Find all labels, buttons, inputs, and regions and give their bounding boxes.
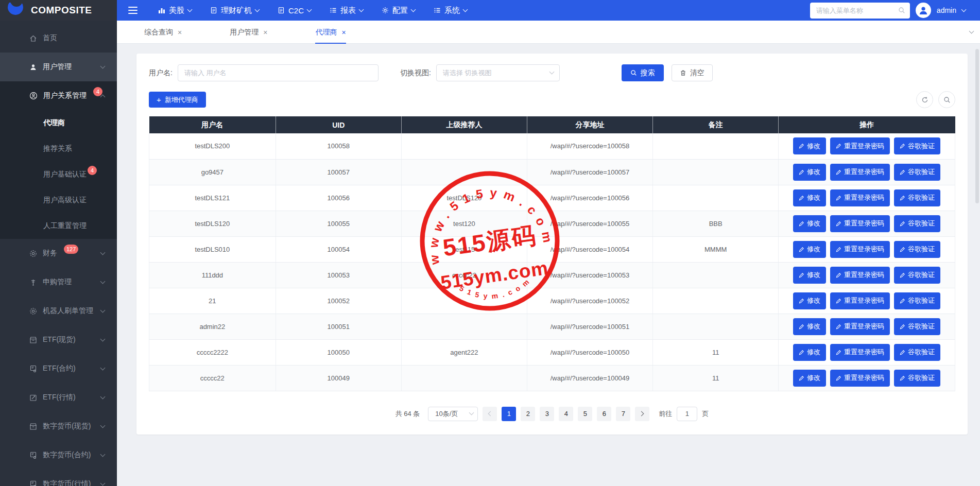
tab-user-management[interactable]: 用户管理 × xyxy=(230,21,267,44)
google-auth-button[interactable]: 谷歌验证 xyxy=(894,241,940,258)
google-auth-button[interactable]: 谷歌验证 xyxy=(894,189,940,206)
nav-item-us-stocks[interactable]: 美股 xyxy=(158,6,192,15)
sidebar-item-etf-spot[interactable]: ETF(现货) xyxy=(0,325,117,354)
edit-button[interactable]: 修改 xyxy=(793,137,826,154)
sidebar-item-home[interactable]: 首页 xyxy=(0,24,117,53)
google-auth-button[interactable]: 谷歌验证 xyxy=(894,164,940,181)
sidebar-item-crypto-market[interactable]: 数字货币(行情) xyxy=(0,470,117,486)
sidebar-item-label: 财务 xyxy=(43,249,57,258)
sidebar-item-crypto-contract[interactable]: 数字货币(合约) xyxy=(0,441,117,470)
page-size-select[interactable]: 10条/页 xyxy=(428,407,478,421)
view-switch-select[interactable]: 请选择 切换视图 xyxy=(436,64,560,81)
sidebar-item-user-relation-management[interactable]: 用户关系管理 4 xyxy=(0,81,117,110)
refresh-button[interactable] xyxy=(916,91,933,108)
sidebar-item-user-management[interactable]: 用户管理 xyxy=(0,53,117,81)
prev-page-button[interactable] xyxy=(483,407,497,421)
close-icon[interactable]: × xyxy=(341,29,346,36)
reset-password-button[interactable]: 重置登录密码 xyxy=(830,137,890,154)
edit-button[interactable]: 修改 xyxy=(793,292,826,309)
edit-button[interactable]: 修改 xyxy=(793,370,826,387)
sidebar-item-robot-management[interactable]: 机器人刷单管理 xyxy=(0,297,117,325)
reset-password-button[interactable]: 重置登录密码 xyxy=(830,292,890,309)
scrollbar-thumb[interactable] xyxy=(975,49,979,203)
sidebar-item-crypto-spot[interactable]: 数字货币(现货) xyxy=(0,412,117,441)
google-auth-button[interactable]: 谷歌验证 xyxy=(894,137,940,154)
page-button-1[interactable]: 1 xyxy=(502,407,516,421)
google-auth-button[interactable]: 谷歌验证 xyxy=(894,318,940,335)
add-agent-button[interactable]: + 新增代理商 xyxy=(149,92,206,108)
agent-card: 用户名: 切换视图: 请选择 切换视图 搜索 清空 + xyxy=(136,54,968,435)
edit-button[interactable]: 修改 xyxy=(793,267,826,284)
sidebar-item-subscription-management[interactable]: 申购管理 xyxy=(0,268,117,297)
tab-combined-query[interactable]: 综合查询 × xyxy=(144,21,182,44)
search-button[interactable]: 搜索 xyxy=(622,64,664,81)
reset-password-button[interactable]: 重置登录密码 xyxy=(830,189,890,206)
sidebar-item-finance[interactable]: 财务 127 xyxy=(0,239,117,268)
hamburger-menu-icon[interactable] xyxy=(128,7,137,14)
next-page-button[interactable] xyxy=(635,407,649,421)
sidebar-item-etf-contract[interactable]: ETF(合约) xyxy=(0,354,117,383)
reset-password-button[interactable]: 重置登录密码 xyxy=(830,318,890,335)
google-auth-button[interactable]: 谷歌验证 xyxy=(894,370,940,387)
pencil-icon xyxy=(799,272,804,278)
page-button-2[interactable]: 2 xyxy=(521,407,535,421)
username-filter-input[interactable] xyxy=(178,64,379,81)
chevron-down-icon[interactable] xyxy=(961,7,967,12)
tab-agent[interactable]: 代理商 × xyxy=(315,21,346,44)
google-auth-button[interactable]: 谷歌验证 xyxy=(894,267,940,284)
menu-search-input[interactable] xyxy=(816,7,895,14)
edit-button[interactable]: 修改 xyxy=(793,344,826,361)
page-button-4[interactable]: 4 xyxy=(559,407,573,421)
cell-username: testDLS121 xyxy=(149,185,276,211)
sidebar-item-label: 数字货币(行情) xyxy=(43,479,91,486)
page-button-7[interactable]: 7 xyxy=(616,407,630,421)
page-button-3[interactable]: 3 xyxy=(540,407,554,421)
sidebar-subitem-advanced-auth[interactable]: 用户高级认证 xyxy=(0,187,117,213)
edit-button[interactable]: 修改 xyxy=(793,318,826,335)
page-button-6[interactable]: 6 xyxy=(597,407,611,421)
pencil-icon xyxy=(900,272,905,278)
current-user[interactable]: admin xyxy=(937,6,956,14)
reset-password-button[interactable]: 重置登录密码 xyxy=(830,267,890,284)
sidebar-item-label: 用户基础认证 xyxy=(43,170,87,179)
nav-item-system[interactable]: 系统 xyxy=(434,6,467,15)
sidebar-subitem-manual-reset[interactable]: 人工重置管理 xyxy=(0,213,117,239)
reset-password-button[interactable]: 重置登录密码 xyxy=(830,164,890,181)
cell-username: 21 xyxy=(149,288,276,314)
edit-button[interactable]: 修改 xyxy=(793,215,826,232)
column-search-button[interactable] xyxy=(938,91,955,108)
page-button-5[interactable]: 5 xyxy=(578,407,592,421)
sidebar-item-label: 数字货币(现货) xyxy=(43,422,91,431)
nav-item-reports[interactable]: 报表 xyxy=(330,6,363,15)
page-jump-input[interactable] xyxy=(677,407,697,421)
app-window: COMPOSITE 美股 理财矿机 C2C 报表 xyxy=(0,0,980,486)
reset-password-button-label: 重置登录密码 xyxy=(844,296,884,305)
reset-password-button[interactable]: 重置登录密码 xyxy=(830,370,890,387)
clear-button[interactable]: 清空 xyxy=(672,64,713,81)
google-auth-button[interactable]: 谷歌验证 xyxy=(894,292,940,309)
sidebar-item-label: 用户管理 xyxy=(43,62,72,72)
sidebar-subitem-referral-relation[interactable]: 推荐关系 xyxy=(0,136,117,162)
close-icon[interactable]: × xyxy=(178,29,182,36)
nav-item-config[interactable]: 配置 xyxy=(382,6,415,15)
edit-button[interactable]: 修改 xyxy=(793,241,826,258)
reset-password-button-label: 重置登录密码 xyxy=(844,373,884,383)
tab-list-dropdown[interactable] xyxy=(962,21,980,43)
gear-icon xyxy=(29,307,37,315)
close-icon[interactable]: × xyxy=(263,29,267,36)
edit-button[interactable]: 修改 xyxy=(793,164,826,181)
pencil-icon xyxy=(900,247,905,252)
edit-button[interactable]: 修改 xyxy=(793,189,826,206)
reset-password-button[interactable]: 重置登录密码 xyxy=(830,215,890,232)
sidebar-item-etf-market[interactable]: ETF(行情) xyxy=(0,383,117,412)
reset-password-button[interactable]: 重置登录密码 xyxy=(830,344,890,361)
reset-password-button[interactable]: 重置登录密码 xyxy=(830,241,890,258)
nav-item-wealth-mining[interactable]: 理财矿机 xyxy=(210,6,259,15)
google-auth-button[interactable]: 谷歌验证 xyxy=(894,215,940,232)
avatar[interactable] xyxy=(916,3,931,18)
sidebar-subitem-basic-auth[interactable]: 用户基础认证 4 xyxy=(0,162,117,187)
gear-icon xyxy=(382,7,389,14)
google-auth-button[interactable]: 谷歌验证 xyxy=(894,344,940,361)
nav-item-c2c[interactable]: C2C xyxy=(278,6,311,15)
sidebar-subitem-agent[interactable]: 代理商 xyxy=(0,110,117,136)
